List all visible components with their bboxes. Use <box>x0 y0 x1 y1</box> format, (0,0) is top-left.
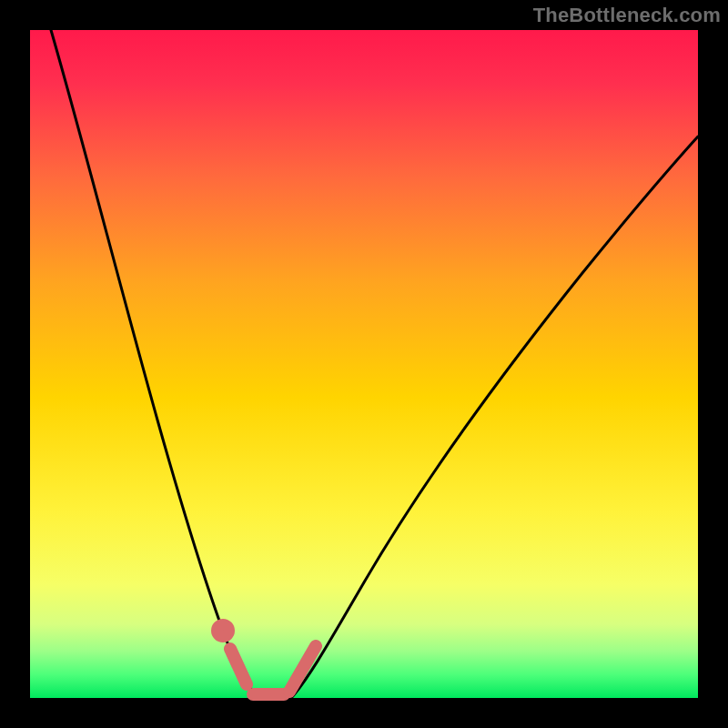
watermark-text: TheBottleneck.com <box>533 4 721 27</box>
svg-point-0 <box>217 625 228 636</box>
chart-svg <box>0 0 728 728</box>
chart-container: TheBottleneck.com <box>0 0 728 728</box>
plot-background <box>30 30 698 698</box>
